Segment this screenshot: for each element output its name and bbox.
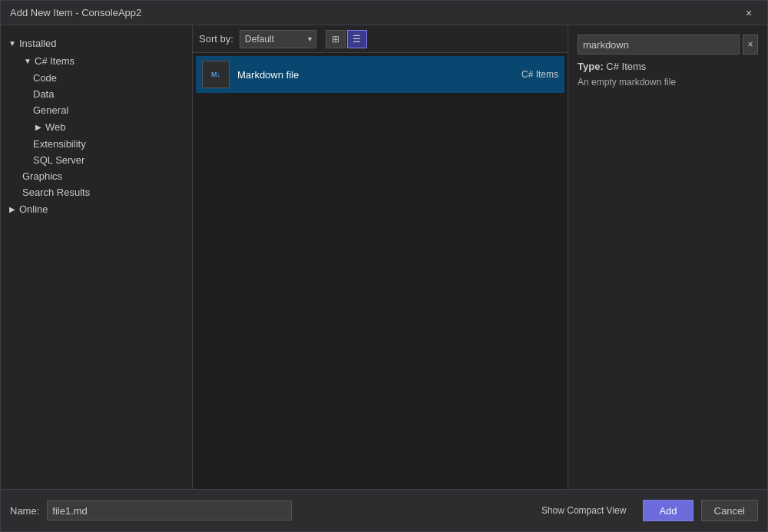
- sidebar: ▼ Installed ▼ C# Items Code Data: [1, 25, 193, 489]
- sidebar-item-search-results[interactable]: Search Results: [1, 184, 192, 200]
- list-view-button[interactable]: ☰: [347, 30, 367, 48]
- sidebar-item-sql-server[interactable]: SQL Server: [1, 152, 192, 168]
- search-input[interactable]: [578, 35, 740, 55]
- name-label: Name:: [10, 505, 39, 517]
- grid-icon: ⊞: [332, 34, 339, 45]
- sort-select-wrapper: Default Name Date ▾: [240, 30, 316, 48]
- sidebar-item-web[interactable]: ▶ Web: [1, 118, 192, 136]
- sidebar-item-graphics[interactable]: Graphics: [1, 168, 192, 184]
- name-input[interactable]: [47, 501, 292, 520]
- search-results-label: Search Results: [22, 187, 90, 198]
- online-arrow: ▶: [7, 204, 18, 215]
- add-button[interactable]: Add: [643, 500, 693, 521]
- item-name: Markdown file: [237, 69, 514, 81]
- data-label: Data: [33, 88, 54, 100]
- details-type: Type: C# Items: [578, 61, 758, 72]
- toolbar: Sort by: Default Name Date ▾ ⊞ ☰: [193, 25, 568, 53]
- extensibility-label: Extensibility: [33, 138, 86, 150]
- sidebar-item-installed[interactable]: ▼ Installed: [1, 35, 192, 52]
- type-label: Type:: [578, 61, 604, 72]
- dialog-title: Add New Item - ConsoleApp2: [10, 7, 141, 18]
- sort-select[interactable]: Default Name Date: [240, 30, 316, 48]
- web-label: Web: [45, 121, 66, 133]
- cancel-button[interactable]: Cancel: [701, 500, 758, 521]
- main-content: Sort by: Default Name Date ▾ ⊞ ☰: [193, 25, 568, 489]
- details-panel: × Type: C# Items An empty markdown file: [568, 25, 767, 489]
- online-label: Online: [19, 203, 48, 215]
- c-items-label: C# Items: [35, 55, 74, 67]
- general-label: General: [33, 104, 68, 116]
- list-icon: ☰: [353, 34, 361, 45]
- type-value: C# Items: [606, 61, 646, 72]
- dialog-body: ▼ Installed ▼ C# Items Code Data: [1, 25, 767, 489]
- sidebar-item-extensibility[interactable]: Extensibility: [1, 136, 192, 152]
- item-list: M↓ Markdown file C# Items: [193, 53, 568, 489]
- graphics-label: Graphics: [22, 170, 62, 182]
- sidebar-item-online[interactable]: ▶ Online: [1, 200, 192, 218]
- sidebar-item-c-items[interactable]: ▼ C# Items: [1, 52, 192, 70]
- markdown-icon: M↓: [211, 71, 220, 78]
- sidebar-item-general[interactable]: General: [1, 102, 192, 118]
- search-bar-wrapper: ×: [578, 35, 758, 55]
- sort-label: Sort by:: [199, 33, 233, 45]
- item-category: C# Items: [521, 69, 558, 80]
- item-icon: M↓: [202, 61, 230, 88]
- compact-view-label: Show Compact View: [541, 505, 627, 516]
- web-arrow: ▶: [33, 122, 44, 133]
- item-row[interactable]: M↓ Markdown file C# Items: [196, 56, 564, 93]
- bottom-bar: Name: Show Compact View Add Cancel: [1, 489, 767, 531]
- close-button[interactable]: ×: [740, 4, 758, 22]
- sidebar-item-code[interactable]: Code: [1, 70, 192, 86]
- title-bar: Add New Item - ConsoleApp2 ×: [1, 1, 767, 25]
- code-label: Code: [33, 72, 57, 84]
- grid-view-button[interactable]: ⊞: [326, 30, 346, 48]
- sql-server-label: SQL Server: [33, 154, 84, 166]
- c-items-arrow: ▼: [22, 56, 33, 67]
- installed-arrow: ▼: [7, 38, 18, 49]
- installed-label: Installed: [19, 38, 56, 49]
- add-new-item-dialog: Add New Item - ConsoleApp2 × ▼ Installed…: [0, 0, 768, 532]
- search-clear-button[interactable]: ×: [743, 35, 758, 55]
- view-buttons: ⊞ ☰: [326, 30, 367, 48]
- details-description: An empty markdown file: [578, 77, 758, 88]
- sidebar-item-data[interactable]: Data: [1, 86, 192, 102]
